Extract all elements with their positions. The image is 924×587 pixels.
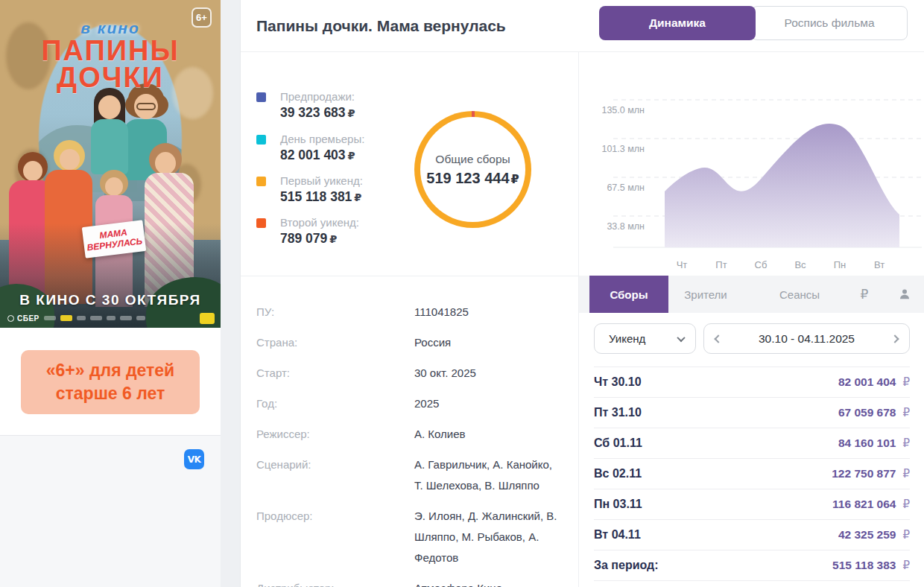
sidebar: в кино ПАПИНЫ ДОЧКИ МАМА ВЕРНУЛАСЬ В КИН… bbox=[0, 0, 221, 587]
detail-row: Режиссер:А. Колиев bbox=[256, 424, 559, 445]
stat-first-weekend: Первый уикенд: 515 118 381₽ bbox=[256, 174, 409, 205]
poster-sponsor-row: СБЕР bbox=[7, 312, 215, 324]
sponsor-logo bbox=[60, 315, 72, 321]
sponsor-logo bbox=[136, 316, 145, 320]
page-title: Папины дочки. Мама вернулась bbox=[256, 17, 506, 35]
age-restriction-badge: «6+» для детей старше 6 лет bbox=[21, 350, 200, 414]
detail-row: Сценарий:А. Гаврильчик, А. Канойко, Т. Ш… bbox=[256, 454, 559, 496]
sponsor-logo bbox=[107, 316, 116, 320]
poster-title-line1: ПАПИНЫ bbox=[0, 37, 221, 64]
svg-text:Чт: Чт bbox=[677, 259, 688, 270]
svg-text:33.8 млн: 33.8 млн bbox=[607, 221, 645, 232]
legend-square-premiere bbox=[256, 135, 266, 145]
svg-text:Вс: Вс bbox=[794, 259, 806, 270]
svg-text:Вт: Вт bbox=[874, 259, 885, 270]
detail-row: Продюсер:Э. Илоян, Д. Жалинский, В. Шляп… bbox=[256, 506, 559, 568]
legend-square-presales bbox=[256, 92, 266, 102]
date-range-navigator: 30.10 - 04.11.2025 bbox=[703, 323, 910, 354]
svg-text:Пн: Пн bbox=[834, 259, 847, 270]
person-icon[interactable] bbox=[893, 276, 916, 313]
legend-square-second-weekend bbox=[256, 218, 266, 228]
table-row: Сб 01.1184 160 101₽ bbox=[594, 428, 910, 459]
legend-square-first-weekend bbox=[256, 177, 266, 186]
poster-title-line2: ДОЧКИ bbox=[0, 64, 221, 91]
detail-row: Год:2025 bbox=[256, 393, 559, 414]
tab-film-rollout[interactable]: Роспись фильма bbox=[751, 6, 908, 40]
date-range-label: 30.10 - 04.11.2025 bbox=[759, 332, 855, 346]
detail-row: Дистрибьютор:Атмосфера Кино bbox=[256, 578, 559, 587]
detail-row: Страна:Россия bbox=[256, 332, 559, 353]
view-tabs: Динамика Роспись фильма bbox=[599, 6, 908, 40]
tab-sessions[interactable]: Сеансы bbox=[768, 276, 831, 313]
sponsor-logo bbox=[77, 316, 86, 320]
sponsor-logo bbox=[120, 316, 132, 320]
total-gross-label: Общие сборы bbox=[426, 153, 519, 166]
detail-row: ПУ:111041825 bbox=[256, 302, 559, 323]
table-row: Чт 30.1082 001 404₽ bbox=[594, 367, 910, 398]
svg-text:101.3 млн: 101.3 млн bbox=[601, 144, 645, 154]
film-details: ПУ:111041825 Страна:Россия Старт:30 окт.… bbox=[241, 276, 578, 587]
metric-tabs: Сборы Зрители Сеансы ₽ bbox=[579, 276, 924, 313]
ruble-icon[interactable]: ₽ bbox=[853, 276, 876, 313]
poster-age-badge: 6+ bbox=[192, 7, 212, 28]
stat-presales: Предпродажи: 39 323 683₽ bbox=[256, 90, 409, 121]
header: Папины дочки. Мама вернулась Динамика Ро… bbox=[241, 0, 924, 52]
svg-text:Сб: Сб bbox=[755, 259, 768, 270]
stats-section: Предпродажи: 39 323 683₽ День премьеры: … bbox=[241, 52, 578, 276]
next-period-arrow[interactable] bbox=[890, 334, 899, 343]
movie-poster: в кино ПАПИНЫ ДОЧКИ МАМА ВЕРНУЛАСЬ В КИН… bbox=[0, 0, 221, 328]
poster-release-date: В КИНО С 30 ОКТЯБРЯ bbox=[0, 292, 221, 308]
table-row: Пн 03.11116 821 064₽ bbox=[594, 489, 910, 520]
table-row: Пт 31.1067 059 678₽ bbox=[594, 398, 910, 428]
area-series-gross bbox=[665, 124, 899, 247]
main-content: Папины дочки. Мама вернулась Динамика Ро… bbox=[240, 0, 924, 587]
sponsor-logo bbox=[44, 316, 56, 320]
stat-second-weekend: Второй уикенд: 789 079₽ bbox=[256, 216, 409, 247]
prev-period-arrow[interactable] bbox=[714, 334, 722, 343]
period-filters: Уикенд 30.10 - 04.11.2025 bbox=[594, 323, 910, 354]
period-select[interactable]: Уикенд bbox=[594, 323, 696, 354]
svg-text:Пт: Пт bbox=[715, 259, 727, 270]
stat-premiere-day: День премьеры: 82 001 403₽ bbox=[256, 133, 409, 163]
dynamics-panel: 135.0 млн 101.3 млн 67.5 млн 33.8 млн Чт… bbox=[579, 52, 924, 587]
vk-icon[interactable]: VK bbox=[184, 449, 204, 469]
sponsor-logo bbox=[90, 316, 102, 320]
sidebar-footer: VK bbox=[0, 435, 221, 587]
tab-gross[interactable]: Сборы bbox=[589, 276, 668, 313]
table-row: Вт 04.1142 325 259₽ bbox=[594, 520, 910, 550]
tab-dynamics[interactable]: Динамика bbox=[599, 6, 756, 40]
svg-text:67.5 млн: 67.5 млн bbox=[607, 183, 645, 193]
box-office-area-chart: 135.0 млн 101.3 млн 67.5 млн 33.8 млн Чт… bbox=[579, 52, 924, 276]
daily-gross-table: Чт 30.1082 001 404₽ Пт 31.1067 059 678₽ … bbox=[594, 367, 910, 581]
sponsor-logo bbox=[200, 313, 215, 324]
chevron-down-icon bbox=[677, 333, 685, 341]
table-row-total: За период:515 118 383₽ bbox=[594, 550, 910, 581]
tab-viewers[interactable]: Зрители bbox=[674, 276, 737, 313]
sber-ring-icon bbox=[7, 315, 14, 322]
detail-row: Старт:30 окт. 2025 bbox=[256, 363, 559, 384]
summary-column: Предпродажи: 39 323 683₽ День премьеры: … bbox=[241, 52, 579, 587]
svg-text:135.0 млн: 135.0 млн bbox=[601, 105, 645, 115]
table-row: Вс 02.11122 750 877₽ bbox=[594, 459, 910, 489]
sber-logo: СБЕР bbox=[7, 314, 39, 323]
total-gross-donut: Общие сборы 519 123 444₽ bbox=[414, 111, 531, 228]
total-gross-value: 519 123 444₽ bbox=[426, 170, 519, 187]
